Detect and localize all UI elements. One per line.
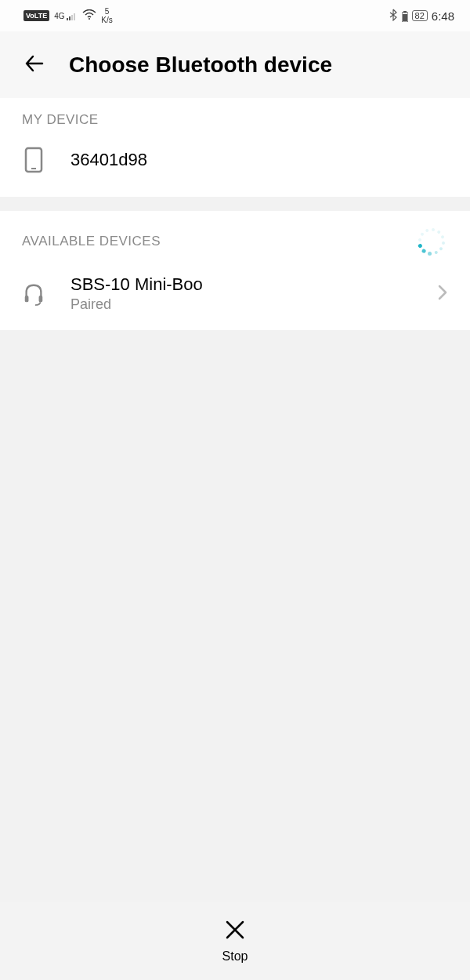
my-device-section: MY DEVICE 36401d98 [0, 98, 470, 197]
scanning-spinner-icon [420, 230, 443, 253]
battery-percent: 82 [412, 10, 428, 21]
available-device-name: SBS-10 Mini-Boo [70, 274, 412, 295]
footer-bar: Stop [0, 902, 470, 980]
my-device-name: 36401d98 [70, 150, 147, 170]
battery-icon [402, 9, 408, 22]
svg-rect-2 [71, 15, 73, 20]
status-bar: VoLTE 4G 5 K/s [0, 0, 470, 31]
svg-rect-0 [67, 18, 68, 20]
svg-rect-11 [39, 295, 43, 301]
available-device-status: Paired [70, 296, 412, 313]
close-icon[interactable] [223, 918, 247, 945]
svg-rect-10 [25, 295, 29, 301]
svg-point-4 [89, 18, 90, 20]
my-device-header: MY DEVICE [22, 112, 448, 128]
available-device-text: SBS-10 Mini-Boo Paired [70, 274, 412, 313]
status-left: VoLTE 4G 5 K/s [24, 7, 113, 24]
available-devices-header: AVAILABLE DEVICES [22, 234, 161, 249]
svg-rect-1 [69, 16, 70, 20]
stop-button-label[interactable]: Stop [222, 949, 248, 964]
network-4g-icon: 4G [54, 12, 78, 20]
clock: 6:48 [432, 9, 454, 23]
back-arrow-icon[interactable] [22, 51, 47, 79]
chevron-right-icon[interactable] [437, 284, 448, 304]
volte-badge: VoLTE [24, 10, 49, 21]
wifi-icon [82, 9, 96, 23]
bluetooth-icon [389, 9, 398, 24]
available-device-row[interactable]: SBS-10 Mini-Boo Paired [22, 265, 448, 322]
svg-rect-3 [74, 13, 75, 20]
data-speed: 5 K/s [101, 7, 112, 24]
app-header: Choose Bluetooth device [0, 31, 470, 98]
available-devices-section: AVAILABLE DEVICES SBS-10 Mini [0, 211, 470, 330]
svg-rect-7 [403, 14, 407, 21]
status-right: 82 6:48 [389, 9, 454, 24]
phone-icon [22, 145, 45, 175]
page-title: Choose Bluetooth device [69, 53, 332, 78]
my-device-row[interactable]: 36401d98 [22, 145, 448, 175]
headset-icon [22, 279, 45, 309]
